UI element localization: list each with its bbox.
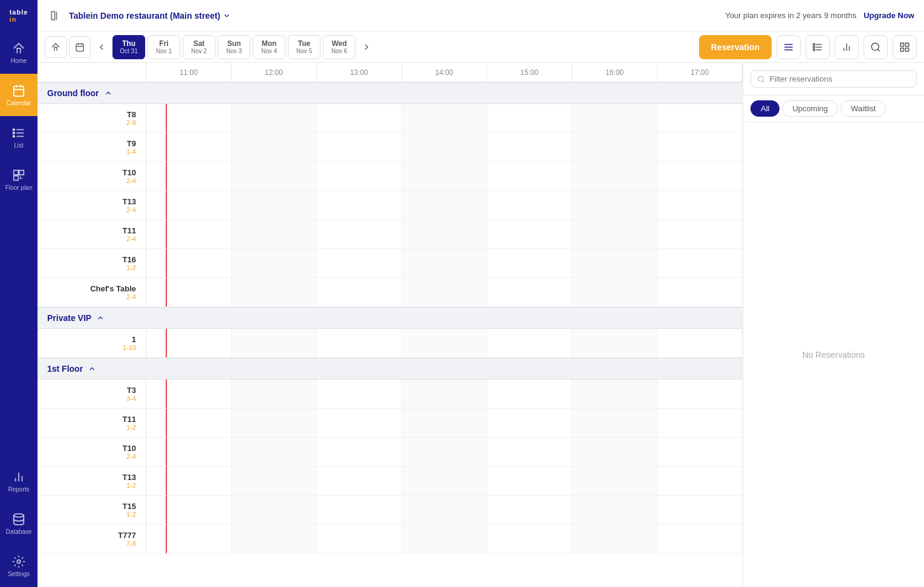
table-timeline[interactable] (146, 329, 743, 357)
timeline-cell[interactable] (657, 525, 743, 553)
table-timeline[interactable] (146, 496, 743, 524)
filter-tab-upcoming[interactable]: Upcoming (782, 100, 838, 117)
calendar-body[interactable]: Ground floor T8 2-8T9 1-4T10 2-4T13 2-4T… (37, 82, 743, 587)
day-btn-sun[interactable]: SunNov 3 (218, 35, 250, 59)
timeline-cell[interactable] (232, 249, 317, 277)
timeline-cell[interactable] (402, 191, 487, 219)
timeline-cell[interactable] (402, 496, 487, 524)
timeline-cell[interactable] (657, 380, 743, 408)
timeline-cell[interactable] (232, 220, 317, 248)
timeline-cell[interactable] (657, 220, 743, 248)
timeline-cell[interactable] (232, 409, 317, 437)
timeline-cell[interactable] (657, 133, 743, 161)
timeline-cell[interactable] (232, 467, 317, 495)
timeline-cell[interactable] (402, 380, 487, 408)
timeline-cell[interactable] (657, 496, 743, 524)
home-nav-btn[interactable] (45, 36, 67, 58)
timeline-cell[interactable] (487, 329, 572, 357)
sidebar-item-settings[interactable]: Settings (0, 545, 37, 587)
table-timeline[interactable] (146, 278, 743, 306)
timeline-cell[interactable] (146, 220, 232, 248)
timeline-cell[interactable] (657, 104, 743, 132)
section-collapse-icon[interactable] (96, 314, 105, 322)
new-reservation-btn[interactable]: Reservation (699, 35, 772, 59)
timeline-cell[interactable] (572, 220, 657, 248)
timeline-cell[interactable] (402, 104, 487, 132)
timeline-cell[interactable] (572, 409, 657, 437)
prev-day-btn[interactable] (93, 36, 110, 58)
timeline-cell[interactable] (232, 438, 317, 466)
timeline-cell[interactable] (487, 438, 572, 466)
timeline-cell[interactable] (572, 380, 657, 408)
timeline-cell[interactable] (146, 409, 232, 437)
timeline-cell[interactable] (232, 380, 317, 408)
timeline-cell[interactable] (657, 438, 743, 466)
table-timeline[interactable] (146, 191, 743, 219)
timeline-cell[interactable] (572, 278, 657, 306)
timeline-cell[interactable] (657, 162, 743, 190)
timeline-cell[interactable] (146, 249, 232, 277)
table-timeline[interactable] (146, 133, 743, 161)
timeline-cell[interactable] (572, 133, 657, 161)
view-list-btn[interactable] (776, 35, 801, 59)
sidebar-item-home[interactable]: Home (0, 31, 37, 74)
search-btn[interactable] (864, 35, 888, 59)
timeline-cell[interactable] (146, 525, 232, 553)
section-collapse-icon[interactable] (104, 89, 112, 97)
timeline-cell[interactable] (232, 162, 317, 190)
table-timeline[interactable] (146, 409, 743, 437)
timeline-cell[interactable] (572, 496, 657, 524)
timeline-cell[interactable] (572, 104, 657, 132)
timeline-cell[interactable] (232, 496, 317, 524)
timeline-cell[interactable] (146, 380, 232, 408)
timeline-cell[interactable] (402, 249, 487, 277)
timeline-cell[interactable] (657, 467, 743, 495)
timeline-cell[interactable] (146, 162, 232, 190)
day-btn-sat[interactable]: SatNov 2 (183, 35, 215, 59)
timeline-cell[interactable] (146, 191, 232, 219)
timeline-cell[interactable] (487, 133, 572, 161)
timeline-cell[interactable] (402, 329, 487, 357)
timeline-cell[interactable] (402, 220, 487, 248)
timeline-cell[interactable] (146, 104, 232, 132)
table-timeline[interactable] (146, 104, 743, 132)
timeline-cell[interactable] (317, 133, 402, 161)
timeline-cell[interactable] (572, 162, 657, 190)
filter-tab-all[interactable]: All (750, 100, 779, 117)
timeline-cell[interactable] (402, 162, 487, 190)
timeline-cell[interactable] (146, 278, 232, 306)
chart-btn[interactable] (835, 35, 859, 59)
table-timeline[interactable] (146, 380, 743, 408)
upgrade-link[interactable]: Upgrade Now (864, 11, 914, 20)
timeline-cell[interactable] (232, 104, 317, 132)
search-input[interactable] (770, 74, 910, 83)
timeline-cell[interactable] (487, 278, 572, 306)
filter-btn[interactable] (805, 35, 830, 59)
sidebar-toggle-btn[interactable] (47, 7, 64, 24)
day-btn-thu[interactable]: ThuOct 31 (112, 35, 145, 59)
timeline-cell[interactable] (317, 525, 402, 553)
next-day-btn[interactable] (358, 36, 375, 58)
timeline-cell[interactable] (402, 525, 487, 553)
timeline-cell[interactable] (146, 467, 232, 495)
table-timeline[interactable] (146, 220, 743, 248)
timeline-cell[interactable] (317, 220, 402, 248)
timeline-cell[interactable] (402, 467, 487, 495)
timeline-cell[interactable] (657, 191, 743, 219)
timeline-cell[interactable] (572, 249, 657, 277)
table-timeline[interactable] (146, 467, 743, 495)
table-timeline[interactable] (146, 525, 743, 553)
timeline-cell[interactable] (317, 104, 402, 132)
filter-tab-waitlist[interactable]: Waitlist (841, 100, 886, 117)
timeline-cell[interactable] (657, 329, 743, 357)
timeline-cell[interactable] (487, 380, 572, 408)
timeline-cell[interactable] (317, 467, 402, 495)
sidebar-item-calendar[interactable]: Calendar (0, 74, 37, 116)
timeline-cell[interactable] (657, 249, 743, 277)
timeline-cell[interactable] (317, 409, 402, 437)
section-collapse-icon[interactable] (88, 365, 96, 373)
timeline-cell[interactable] (232, 525, 317, 553)
table-timeline[interactable] (146, 162, 743, 190)
restaurant-name[interactable]: Tablein Demo restaurant (Main street) (69, 11, 231, 21)
timeline-cell[interactable] (232, 329, 317, 357)
